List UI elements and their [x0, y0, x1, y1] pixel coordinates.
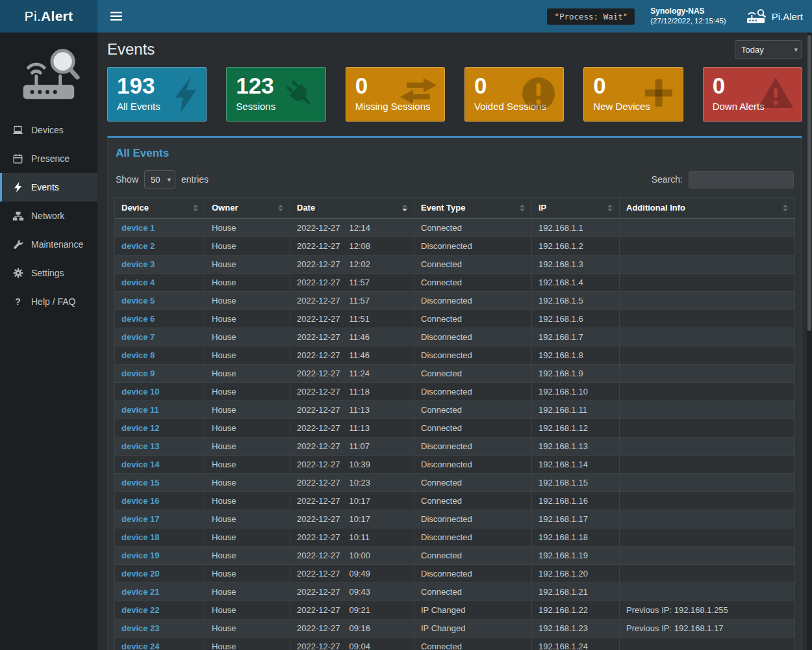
device-link[interactable]: device 21 [121, 587, 160, 597]
card-sessions[interactable]: 123 Sessions [226, 67, 325, 122]
card-voided-sessions[interactable]: 0 Voided Sessions [464, 67, 564, 122]
col-additional-info[interactable]: Additional Info [620, 198, 795, 219]
owner-cell: House [205, 237, 290, 255]
device-link[interactable]: device 19 [121, 551, 160, 560]
page-size-select-wrap: 50 [144, 170, 175, 188]
device-link[interactable]: device 9 [121, 369, 155, 378]
table-row: device 13 House 2022-12-2711:07 Disconne… [115, 437, 795, 456]
owner-cell: House [205, 328, 290, 346]
plus-icon [642, 77, 675, 112]
device-link[interactable]: device 3 [121, 259, 155, 269]
gear-icon [12, 268, 24, 278]
device-link[interactable]: device 4 [121, 278, 155, 287]
period-select[interactable]: Today [735, 40, 802, 58]
laptop-icon [12, 125, 24, 135]
card-all-events[interactable]: 193 All Events [107, 67, 207, 122]
device-link[interactable]: device 23 [121, 623, 160, 633]
owner-cell: House [205, 437, 290, 456]
device-link[interactable]: device 8 [121, 350, 155, 360]
sidebar-toggle-button[interactable] [108, 8, 125, 25]
event-type-cell: Connected [414, 255, 532, 274]
table-row: device 21 House 2022-12-2709:43 Connecte… [115, 583, 795, 601]
device-link[interactable]: device 13 [121, 441, 160, 451]
device-link[interactable]: device 12 [121, 423, 160, 433]
device-link[interactable]: device 10 [121, 387, 160, 396]
owner-cell: House [205, 456, 290, 474]
date-cell: 2022-12-2711:46 [290, 328, 414, 346]
device-link[interactable]: device 2 [121, 241, 155, 251]
table-row: device 4 House 2022-12-2711:57 Connected… [115, 274, 795, 292]
sort-icon [607, 205, 613, 211]
date-cell: 2022-12-2709:49 [290, 565, 414, 583]
sidebar-item-settings[interactable]: Settings [0, 259, 97, 287]
date-cell: 2022-12-2709:21 [290, 601, 414, 619]
col-device[interactable]: Device [115, 198, 205, 219]
brand-logo[interactable]: Pi.Alert [0, 0, 97, 32]
card-missing-sessions[interactable]: 0 Missing Sessions [346, 67, 445, 122]
show-label: Show [116, 174, 138, 185]
additional-info-cell: Previous IP: 192.168.1.255 [620, 601, 795, 619]
event-type-cell: IP Changed [414, 619, 532, 638]
event-type-cell: Connected [414, 492, 532, 510]
date-cell: 2022-12-2711:46 [290, 346, 414, 365]
sidebar-item-events[interactable]: Events [0, 173, 97, 202]
owner-cell: House [205, 583, 290, 601]
device-link[interactable]: device 5 [121, 296, 155, 306]
ip-cell: 192.168.1.13 [532, 437, 620, 456]
wrench-icon [12, 239, 24, 250]
device-link[interactable]: device 20 [121, 569, 160, 578]
sidebar-item-maintenance[interactable]: Maintenance [0, 230, 97, 259]
router-magnifier-icon [746, 8, 767, 24]
vertical-scrollbar[interactable] [807, 32, 812, 650]
col-event-type[interactable]: Event Type [414, 198, 532, 219]
sidebar-item-devices[interactable]: Devices [0, 116, 97, 144]
table-row: device 16 House 2022-12-2710:17 Connecte… [115, 492, 795, 510]
event-type-cell: Disconnected [414, 383, 532, 401]
sidebar-menu: Devices Presence Events Network Maintena… [0, 116, 97, 316]
device-link[interactable]: device 18 [121, 532, 160, 542]
sidebar-item-label: Presence [31, 153, 70, 164]
additional-info-cell [620, 237, 795, 255]
device-link[interactable]: device 22 [121, 605, 160, 615]
search-input[interactable] [689, 171, 794, 188]
sidebar-logo [0, 32, 97, 116]
sort-icon [278, 205, 283, 211]
sidebar-item-label: Help / FAQ [31, 296, 75, 307]
owner-cell: House [205, 310, 290, 328]
device-link[interactable]: device 17 [121, 514, 160, 524]
card-down-alerts[interactable]: 0 Down Alerts [703, 67, 802, 122]
card-new-devices[interactable]: 0 New Devices [583, 67, 683, 122]
table-row: device 24 House 2022-12-2709:04 Connecte… [115, 638, 795, 650]
bolt-icon [173, 77, 198, 116]
date-cell: 2022-12-2709:04 [290, 638, 414, 650]
col-owner[interactable]: Owner [205, 198, 290, 219]
ip-cell: 192.168.1.24 [532, 638, 620, 650]
table-row: device 7 House 2022-12-2711:46 Disconnec… [115, 328, 795, 346]
date-cell: 2022-12-2710:17 [290, 510, 414, 528]
device-link[interactable]: device 24 [121, 642, 160, 650]
sidebar-item-presence[interactable]: Presence [0, 144, 97, 173]
sidebar-item-network[interactable]: Network [0, 202, 97, 230]
device-link[interactable]: device 6 [121, 314, 155, 324]
sidebar-item-label: Devices [31, 125, 64, 135]
date-cell: 2022-12-2711:24 [290, 365, 414, 383]
event-type-cell: Disconnected [414, 510, 532, 528]
additional-info-cell [620, 419, 795, 437]
page-size-select[interactable]: 50 [144, 170, 175, 188]
scrollbar-thumb[interactable] [807, 35, 811, 331]
event-type-cell: Connected [414, 218, 532, 237]
col-date[interactable]: Date [290, 198, 414, 219]
device-link[interactable]: device 14 [121, 460, 160, 469]
device-link[interactable]: device 1 [121, 223, 155, 233]
sidebar: Devices Presence Events Network Maintena… [0, 32, 97, 650]
device-link[interactable]: device 16 [121, 496, 160, 506]
date-cell: 2022-12-2710:17 [290, 492, 414, 510]
col-ip[interactable]: IP [532, 198, 620, 219]
sidebar-item-help[interactable]: ? Help / FAQ [0, 287, 97, 316]
event-type-cell: Disconnected [414, 328, 532, 346]
device-link[interactable]: device 15 [121, 478, 160, 488]
device-link[interactable]: device 11 [121, 405, 159, 415]
additional-info-cell [620, 292, 795, 310]
table-header-row: Device Owner Date Event Type IP Addition… [115, 198, 795, 219]
device-link[interactable]: device 7 [121, 332, 155, 342]
